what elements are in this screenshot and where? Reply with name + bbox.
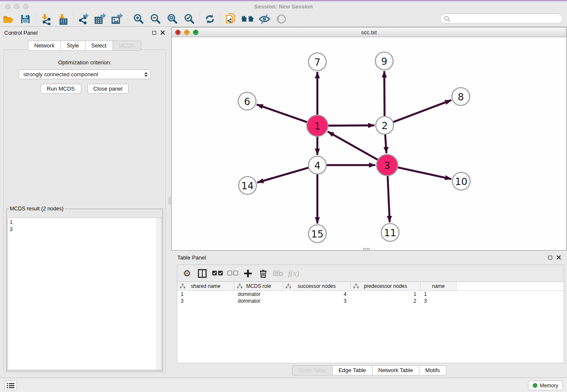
- zoom-out-button[interactable]: [147, 12, 164, 26]
- mcds-result-group: MCDS result (2 nodes) 1 3: [6, 206, 163, 371]
- zoom-out-icon: [150, 14, 161, 25]
- eye-slash-icon: [258, 14, 271, 24]
- open-folder-icon: [3, 14, 14, 24]
- import-table-icon: [58, 13, 69, 25]
- table-row-1[interactable]: 1dominator411: [177, 291, 564, 298]
- graph-edge-2-8[interactable]: [385, 100, 451, 125]
- search-icon: [444, 16, 450, 22]
- cell-MCDS-role[interactable]: dominator: [234, 291, 283, 298]
- tab-mcds[interactable]: MCDS: [113, 41, 141, 51]
- float-panel-icon[interactable]: [152, 31, 156, 35]
- export-network-button[interactable]: [75, 12, 92, 26]
- import-table-button[interactable]: [55, 12, 72, 26]
- network-canvas[interactable]: 1234678910111415: [172, 37, 566, 250]
- network-window-titlebar[interactable]: scc.txt x – +: [172, 28, 566, 37]
- cell-successor-nodes[interactable]: 3: [283, 298, 351, 304]
- splitter-handle[interactable]: [363, 248, 370, 251]
- column-header-name[interactable]: name: [421, 282, 457, 290]
- window-title: Session: New Session: [0, 3, 567, 10]
- network-maximize-icon[interactable]: +: [193, 30, 198, 35]
- delete-column-button[interactable]: [257, 267, 270, 280]
- mcds-result-textarea[interactable]: 1 3: [8, 218, 162, 370]
- function-builder-button[interactable]: f(x): [287, 267, 300, 280]
- column-header-shared-name[interactable]: shared name: [177, 282, 234, 290]
- graph-node-label: 9: [381, 56, 388, 67]
- export-network-icon: [78, 13, 90, 25]
- cell-MCDS-role[interactable]: dominator: [234, 298, 283, 304]
- zoom-in-button[interactable]: [130, 12, 147, 26]
- close-panel-icon[interactable]: [160, 30, 165, 35]
- export-image-button[interactable]: [109, 12, 126, 26]
- graph-node-label: 14: [241, 180, 253, 191]
- float-panel-icon[interactable]: [548, 256, 552, 259]
- search-box[interactable]: [440, 14, 563, 24]
- tab-select[interactable]: Select: [85, 41, 113, 51]
- tab-motifs[interactable]: Motifs: [419, 365, 446, 375]
- duplicate-network-button[interactable]: [222, 12, 239, 26]
- check-all-columns-button[interactable]: [211, 267, 224, 280]
- function-icon: f(x): [288, 269, 299, 278]
- tab-edge-table[interactable]: Edge Table: [332, 365, 372, 375]
- eye-slash-button[interactable]: [256, 12, 273, 26]
- import-network-button[interactable]: [38, 12, 55, 26]
- column-header-predecessor-nodes[interactable]: predecessor nodes: [351, 282, 421, 290]
- graph-node-label: 15: [311, 229, 323, 240]
- trash-icon: [259, 269, 267, 278]
- cell-predecessor-nodes[interactable]: 2: [351, 298, 421, 304]
- table-header-row: shared nameMCDS rolesuccessor nodesprede…: [177, 282, 564, 291]
- mcds-result-scrollbar[interactable]: [157, 218, 161, 370]
- run-mcds-button[interactable]: Run MCDS: [41, 84, 81, 94]
- refresh-layout-button[interactable]: [201, 12, 218, 26]
- table-gear-button[interactable]: ⚙: [181, 267, 193, 280]
- save-button[interactable]: [17, 12, 34, 26]
- delete-table-button[interactable]: [272, 267, 285, 280]
- tab-node-table[interactable]: Node Table: [292, 365, 332, 375]
- export-table-button[interactable]: [92, 12, 109, 26]
- graph-node-label: 10: [455, 176, 467, 187]
- optimization-criterion-select[interactable]: strongly connected component: [19, 69, 151, 79]
- split-view-icon: [198, 269, 207, 278]
- close-panel-icon[interactable]: [556, 255, 561, 260]
- cell-predecessor-nodes[interactable]: 1: [351, 291, 421, 298]
- main-toolbar: [0, 11, 567, 27]
- close-panel-button[interactable]: Close panel: [87, 84, 129, 94]
- cell-shared-name[interactable]: 3: [177, 298, 234, 304]
- tab-style[interactable]: Style: [61, 41, 85, 51]
- split-view-button[interactable]: [196, 267, 209, 280]
- task-history-button[interactable]: [4, 381, 17, 390]
- column-header-MCDS-role[interactable]: MCDS role: [234, 282, 283, 290]
- splitter-handle[interactable]: [169, 197, 172, 204]
- column-header-filler: [457, 282, 564, 290]
- import-network-icon: [41, 13, 52, 25]
- control-panel-tabs: NetworkStyleSelectMCDS: [0, 41, 169, 51]
- table-row-2[interactable]: 3dominator323: [177, 298, 564, 304]
- column-header-label: shared name: [191, 283, 220, 289]
- column-header-label: successor nodes: [297, 283, 336, 289]
- network-close-icon[interactable]: x: [175, 30, 181, 35]
- add-column-button[interactable]: [242, 267, 254, 280]
- zoom-fit-button[interactable]: [164, 12, 181, 26]
- uncheck-all-columns-button[interactable]: [226, 267, 239, 280]
- memory-button[interactable]: Memory: [528, 381, 563, 390]
- network-minimize-icon[interactable]: –: [184, 30, 190, 35]
- homes-button[interactable]: [239, 12, 256, 26]
- cell-successor-nodes[interactable]: 4: [283, 291, 351, 298]
- zoom-selected-button[interactable]: [181, 12, 198, 26]
- open-folder-button[interactable]: [0, 12, 17, 26]
- tab-network[interactable]: Network: [28, 41, 61, 51]
- cell-name[interactable]: 3: [421, 298, 457, 304]
- column-hierarchy-icon: [353, 284, 359, 289]
- tab-network-table[interactable]: Network Table: [372, 365, 419, 375]
- cell-name[interactable]: 1: [421, 291, 457, 298]
- column-header-successor-nodes[interactable]: successor nodes: [283, 282, 351, 290]
- duplicate-network-icon: [225, 13, 236, 25]
- cell-shared-name[interactable]: 1: [177, 291, 234, 298]
- toolbar-separator: [128, 13, 128, 25]
- network-graph[interactable]: 1234678910111415: [172, 37, 566, 250]
- titlebar: Session: New Session: [0, 1, 567, 11]
- eye-disabled-button[interactable]: [273, 12, 290, 26]
- table-panel: Table Panel ⚙: [171, 252, 567, 377]
- search-input[interactable]: [450, 14, 562, 23]
- table-tabs: Node TableEdge TableNetwork TableMotifs: [171, 365, 567, 375]
- memory-label: Memory: [540, 383, 558, 389]
